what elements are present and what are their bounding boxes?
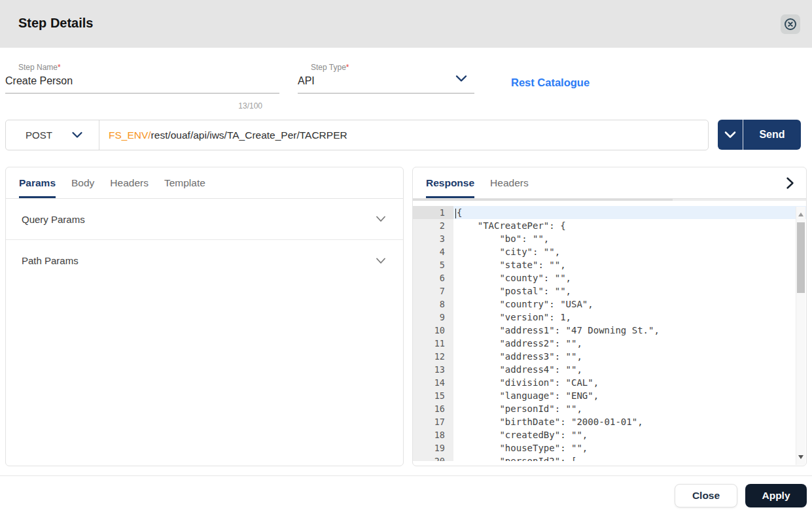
query-params-accordion[interactable]: Query Params <box>6 199 403 240</box>
method-select[interactable]: POST <box>6 129 71 141</box>
request-params-panel: Params Body Headers Template Query Param… <box>5 167 404 466</box>
step-type-field: Step Type* API <box>311 63 474 94</box>
text-cursor <box>455 209 456 218</box>
send-split-button: Send <box>718 120 801 150</box>
step-name-char-counter: 13/100 <box>5 101 262 111</box>
line-number: 9 <box>413 311 453 324</box>
code-text: "language": "ENG", <box>453 389 806 402</box>
chevron-down-icon <box>376 258 386 264</box>
apply-button[interactable]: Apply <box>745 484 807 507</box>
line-number: 19 <box>413 441 453 454</box>
line-number: 2 <box>413 219 453 232</box>
rest-catalogue-link[interactable]: Rest Catalogue <box>511 77 590 89</box>
dialog-header: Step Details <box>0 0 812 48</box>
close-dialog-button[interactable] <box>781 14 800 34</box>
tab-params[interactable]: Params <box>19 167 56 198</box>
code-line[interactable]: 12 "address3": "", <box>413 350 806 363</box>
code-line[interactable]: 8 "country": "USA", <box>413 298 806 311</box>
code-text: "city": "", <box>453 245 806 258</box>
code-text: { <box>453 206 806 219</box>
code-text: "address3": "", <box>453 350 806 363</box>
env-token: FS_ENV/ <box>109 129 151 141</box>
scrollbar-thumb[interactable] <box>797 222 805 293</box>
vertical-scrollbar[interactable] <box>796 207 805 465</box>
line-number: 4 <box>413 245 453 258</box>
chevron-down-icon[interactable] <box>455 73 468 85</box>
chevron-down-icon <box>724 131 737 139</box>
step-type-select[interactable]: API <box>298 72 474 94</box>
code-text: "postal": "", <box>453 284 806 298</box>
tab-response-headers[interactable]: Headers <box>490 167 529 198</box>
send-options-button[interactable] <box>718 120 743 150</box>
code-text: "address2": "", <box>453 337 806 350</box>
code-text: "state": "", <box>453 258 806 271</box>
code-line[interactable]: 1{ <box>413 206 806 219</box>
code-text: "version": 1, <box>453 311 806 324</box>
url-input[interactable]: FS_ENV/rest/ouaf/api/iws/TA_Create_Per/T… <box>99 129 347 141</box>
code-line[interactable]: 19 "houseType": "", <box>413 441 806 454</box>
chevron-down-icon <box>376 216 386 222</box>
code-text: "bo": "", <box>453 232 806 245</box>
request-url-bar: POST FS_ENV/rest/ouaf/api/iws/TA_Create_… <box>5 120 709 150</box>
scroll-down-arrow-icon[interactable] <box>798 455 803 459</box>
code-text: "personId2": [ <box>453 454 806 461</box>
tab-headers[interactable]: Headers <box>110 167 149 198</box>
code-line[interactable]: 11 "address2": "", <box>413 337 806 350</box>
code-text: "createdBy": "", <box>453 428 806 441</box>
line-number: 13 <box>413 363 453 376</box>
line-number: 14 <box>413 376 453 389</box>
step-name-label: Step Name* <box>18 63 279 72</box>
line-number: 16 <box>413 402 453 415</box>
code-line[interactable]: 17 "birthDate": "2000-01-01", <box>413 415 806 428</box>
line-number: 12 <box>413 350 453 363</box>
code-line[interactable]: 18 "createdBy": "", <box>413 428 806 441</box>
page-title: Step Details <box>18 16 93 31</box>
code-line[interactable]: 9 "version": 1, <box>413 311 806 324</box>
line-number: 5 <box>413 258 453 271</box>
step-details-dialog: Step Details Step Name* Create Person 13… <box>0 0 812 514</box>
path-params-label: Path Params <box>22 255 79 266</box>
scroll-up-arrow-icon[interactable] <box>798 213 803 216</box>
line-number: 17 <box>413 415 453 428</box>
response-panel: Response Headers 1{2 "TACreatePer": {3 "… <box>412 167 807 466</box>
code-line[interactable]: 6 "county": "", <box>413 271 806 284</box>
step-name-input[interactable]: Create Person <box>5 72 279 94</box>
send-button[interactable]: Send <box>743 120 801 150</box>
code-line[interactable]: 4 "city": "", <box>413 245 806 258</box>
line-number: 18 <box>413 428 453 441</box>
code-text: "personId": "", <box>453 402 806 415</box>
chevron-down-icon[interactable] <box>71 131 83 139</box>
code-line[interactable]: 10 "address1": "47 Downing St.", <box>413 324 806 337</box>
code-line[interactable]: 3 "bo": "", <box>413 232 806 245</box>
chevron-right-icon[interactable] <box>786 177 794 190</box>
divider <box>0 475 812 476</box>
line-number: 15 <box>413 389 453 402</box>
tab-response[interactable]: Response <box>426 167 474 198</box>
code-line[interactable]: 20 "personId2": [ <box>413 454 806 461</box>
close-button[interactable]: Close <box>675 484 737 507</box>
line-number: 20 <box>413 454 453 461</box>
line-number: 6 <box>413 271 453 284</box>
code-line[interactable]: 2 "TACreatePer": { <box>413 219 806 232</box>
required-asterisk: * <box>346 63 349 72</box>
circle-x-icon <box>783 17 798 31</box>
tab-template[interactable]: Template <box>164 167 205 198</box>
code-text: "division": "CAL", <box>453 376 806 389</box>
path-params-accordion[interactable]: Path Params <box>6 240 403 281</box>
code-line[interactable]: 7 "postal": "", <box>413 284 806 298</box>
line-number: 7 <box>413 284 453 298</box>
tab-body[interactable]: Body <box>71 167 94 198</box>
code-line[interactable]: 16 "personId": "", <box>413 402 806 415</box>
url-path: rest/ouaf/api/iws/TA_Create_Per/TACRPER <box>151 129 347 141</box>
code-text: "county": "", <box>453 271 806 284</box>
code-line[interactable]: 14 "division": "CAL", <box>413 376 806 389</box>
code-line[interactable]: 13 "address4": "", <box>413 363 806 376</box>
code-line[interactable]: 5 "state": "", <box>413 258 806 271</box>
code-text: "country": "USA", <box>453 298 806 311</box>
step-name-field: Step Name* Create Person <box>18 63 279 94</box>
request-tabs: Params Body Headers Template <box>6 167 403 199</box>
line-number: 8 <box>413 298 453 311</box>
step-type-label: Step Type* <box>311 63 474 72</box>
code-line[interactable]: 15 "language": "ENG", <box>413 389 806 402</box>
response-code-editor[interactable]: 1{2 "TACreatePer": {3 "bo": "",4 "city":… <box>413 201 806 461</box>
